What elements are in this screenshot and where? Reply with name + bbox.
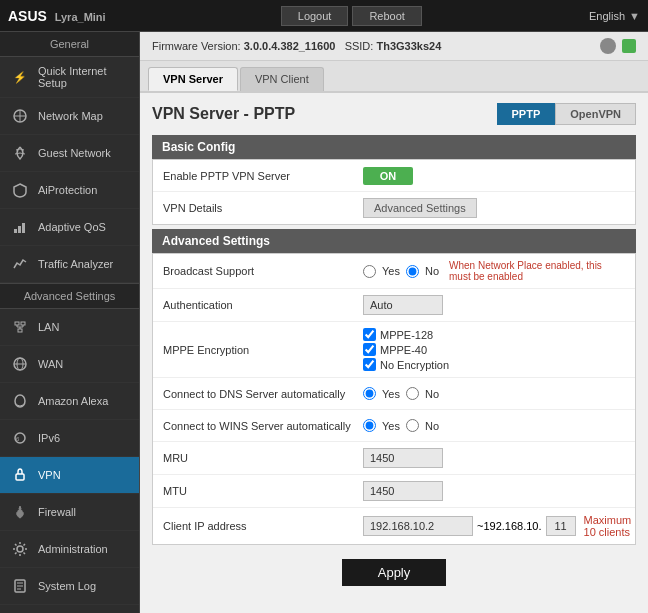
sidebar-item-ipv6[interactable]: 6 IPv6 (0, 420, 139, 457)
lang-label: English (589, 10, 625, 22)
ssid-label: SSID: (345, 40, 374, 52)
authentication-value (363, 295, 625, 315)
advanced-section-title: Advanced Settings (0, 283, 139, 309)
broadcast-radio-group: Yes No (363, 265, 439, 278)
mru-input[interactable] (363, 448, 443, 468)
tab-vpn-server[interactable]: VPN Server (148, 67, 238, 91)
sidebar-item-system-log[interactable]: System Log (0, 568, 139, 605)
sidebar-item-label: Adaptive QoS (38, 221, 106, 233)
sidebar-item-quick-internet-setup[interactable]: ⚡ Quick Internet Setup (0, 57, 139, 98)
sidebar-item-label: Amazon Alexa (38, 395, 108, 407)
dns-no-radio[interactable] (406, 387, 419, 400)
sidebar-item-wan[interactable]: WAN (0, 346, 139, 383)
apply-button[interactable]: Apply (342, 559, 447, 586)
quick-internet-icon: ⚡ (10, 67, 30, 87)
client-ip-label: Client IP address (163, 520, 363, 532)
tab-pptp[interactable]: PPTP (497, 103, 556, 125)
ipv6-icon: 6 (10, 428, 30, 448)
mppe-128-checkbox[interactable] (363, 328, 376, 341)
tab-openvpn[interactable]: OpenVPN (555, 103, 636, 125)
svg-point-16 (15, 395, 25, 407)
broadcast-no-radio[interactable] (406, 265, 419, 278)
broadcast-support-row: Broadcast Support Yes No When Network Pl… (153, 254, 635, 289)
svg-rect-7 (21, 322, 25, 325)
no-encryption-checkbox[interactable] (363, 358, 376, 371)
client-ip-row: Client IP address ~192.168.10. Maximum 1… (153, 508, 635, 544)
svg-rect-4 (18, 226, 21, 233)
firmware-version: 3.0.0.4.382_11600 (244, 40, 336, 52)
sidebar-item-traffic-analyzer[interactable]: Traffic Analyzer (0, 246, 139, 283)
sidebar-item-amazon-alexa[interactable]: Amazon Alexa (0, 383, 139, 420)
reboot-button[interactable]: Reboot (352, 6, 421, 26)
broadcast-value: Yes No When Network Place enabled, this … (363, 260, 625, 282)
no-encryption-label: No Encryption (380, 359, 449, 371)
firewall-icon (10, 502, 30, 522)
wins-no-label: No (425, 420, 439, 432)
sidebar-item-label: System Log (38, 580, 96, 592)
sidebar-item-label: Network Map (38, 110, 103, 122)
sidebar-item-guest-network[interactable]: Guest Network (0, 135, 139, 172)
sidebar-item-network-map[interactable]: Network Map (0, 98, 139, 135)
mru-value (363, 448, 625, 468)
logout-button[interactable]: Logout (281, 6, 349, 26)
mru-label: MRU (163, 452, 363, 464)
connect-wins-row: Connect to WINS Server automatically Yes… (153, 410, 635, 442)
mppe-128-label: MPPE-128 (380, 329, 433, 341)
wins-yes-label: Yes (382, 420, 400, 432)
page-title-row: VPN Server - PPTP PPTP OpenVPN (152, 103, 636, 125)
sidebar-item-lan[interactable]: LAN (0, 309, 139, 346)
mtu-label: MTU (163, 485, 363, 497)
vpn-tabs: VPN Server VPN Client (140, 61, 648, 93)
sidebar-item-label: IPv6 (38, 432, 60, 444)
vpn-details-row: VPN Details Advanced Settings (153, 192, 635, 224)
mppe-40-label: MPPE-40 (380, 344, 427, 356)
vpn-details-label: VPN Details (163, 202, 363, 214)
svg-rect-19 (16, 474, 24, 480)
sidebar-item-firewall[interactable]: Firewall (0, 494, 139, 531)
svg-rect-3 (14, 229, 17, 233)
enable-pptp-row: Enable PPTP VPN Server ON (153, 160, 635, 192)
sidebar-item-vpn[interactable]: VPN (0, 457, 139, 494)
broadcast-yes-radio[interactable] (363, 265, 376, 278)
broadcast-yes-label: Yes (382, 265, 400, 277)
dns-no-label: No (425, 388, 439, 400)
sidebar-item-label: Quick Internet Setup (38, 65, 129, 89)
sidebar-item-network-tools[interactable]: Network Tools (0, 605, 139, 613)
mppe-40-checkbox[interactable] (363, 343, 376, 356)
mppe-40-item: MPPE-40 (363, 343, 449, 356)
authentication-input[interactable] (363, 295, 443, 315)
brand-logo: ASUS Lyra_Mini (8, 8, 106, 24)
mppe-row: MPPE Encryption MPPE-128 MPPE-40 (153, 322, 635, 378)
sidebar-item-label: Traffic Analyzer (38, 258, 113, 270)
user-icon (600, 38, 616, 54)
connect-dns-label: Connect to DNS Server automatically (163, 388, 363, 400)
mru-row: MRU (153, 442, 635, 475)
dns-yes-radio[interactable] (363, 387, 376, 400)
wins-yes-radio[interactable] (363, 419, 376, 432)
client-ip-start-input[interactable] (363, 516, 473, 536)
aiprotection-icon (10, 180, 30, 200)
firmware-icons (600, 38, 636, 54)
general-section-title: General (0, 32, 139, 57)
svg-rect-6 (15, 322, 19, 325)
sidebar-item-label: WAN (38, 358, 63, 370)
ssid-value: Th3G33ks24 (376, 40, 441, 52)
lang-selector[interactable]: English ▼ (589, 10, 640, 22)
mtu-input[interactable] (363, 481, 443, 501)
firmware-info: Firmware Version: 3.0.0.4.382_11600 SSID… (152, 40, 441, 52)
client-ip-end-input[interactable] (546, 516, 576, 536)
tab-vpn-client[interactable]: VPN Client (240, 67, 324, 91)
sidebar-item-adaptive-qos[interactable]: Adaptive QoS (0, 209, 139, 246)
guest-network-icon (10, 143, 30, 163)
firmware-bar: Firmware Version: 3.0.0.4.382_11600 SSID… (140, 32, 648, 61)
broadcast-warning: When Network Place enabled, this must be… (449, 260, 625, 282)
enable-pptp-toggle[interactable]: ON (363, 167, 413, 185)
svg-text:6: 6 (16, 436, 20, 442)
advanced-settings-link[interactable]: Advanced Settings (363, 198, 477, 218)
mtu-row: MTU (153, 475, 635, 508)
wins-no-radio[interactable] (406, 419, 419, 432)
vpn-details-value: Advanced Settings (363, 198, 625, 218)
sidebar-item-administration[interactable]: Administration (0, 531, 139, 568)
basic-config-header: Basic Config (152, 135, 636, 159)
sidebar-item-aiprotection[interactable]: AiProtection (0, 172, 139, 209)
